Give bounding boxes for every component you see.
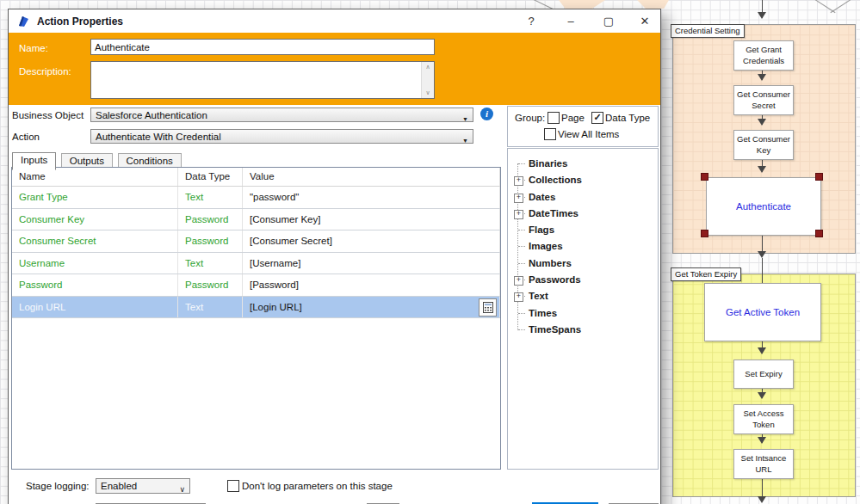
close-button[interactable]: ✕	[630, 9, 659, 33]
tree-item[interactable]: + Dates	[508, 189, 658, 206]
help-button[interactable]: ?	[517, 9, 546, 33]
flow-node-get-grant-credentials[interactable]: Get Grant Credentials	[733, 40, 794, 71]
table-row[interactable]: Password Password [Password]	[12, 274, 500, 297]
column-header-name[interactable]: Name	[12, 168, 178, 186]
tree-item[interactable]: TimeSpans	[508, 322, 658, 338]
param-name-cell[interactable]: Login URL	[12, 297, 178, 318]
tree-item[interactable]: + Text	[508, 288, 658, 304]
param-type-cell[interactable]: Text	[178, 253, 243, 274]
info-icon[interactable]: i	[480, 108, 493, 120]
column-header-data-type[interactable]: Data Type	[178, 168, 243, 186]
tree-item-label: Passwords	[529, 274, 581, 285]
tree-item[interactable]: Numbers	[508, 255, 658, 272]
page-checkbox-label: Page	[561, 113, 585, 123]
tree-item[interactable]: + DateTimes	[508, 206, 658, 222]
view-all-items-checkbox-label: View All Items	[558, 129, 619, 139]
name-label: Name:	[19, 43, 48, 53]
flow-node-set-access-token[interactable]: Set Access Token	[733, 404, 794, 434]
param-type-cell[interactable]: Password	[178, 230, 243, 252]
selection-handle[interactable]	[701, 173, 708, 181]
scroll-up-icon[interactable]: ∧	[425, 64, 430, 71]
column-header-value[interactable]: Value	[243, 168, 500, 186]
expand-icon[interactable]: +	[514, 292, 523, 302]
flow-node-get-active-token[interactable]: Get Active Token	[704, 283, 821, 341]
dialog-titlebar[interactable]: Action Properties ? – ▢ ✕	[9, 9, 660, 33]
business-object-dropdown[interactable]: Salesforce Authentication ▼	[90, 108, 473, 122]
param-value-cell[interactable]: [Login URL]	[243, 297, 500, 318]
tree-items: Binaries + Collections + Dates + DateTim…	[508, 149, 658, 338]
business-object-value: Salesforce Authentication	[96, 110, 207, 120]
region-label-get-token-expiry[interactable]: Get Token Expiry	[671, 267, 741, 281]
tree-item-label: DateTimes	[529, 208, 578, 218]
description-scrollbar[interactable]: ∧ ∨	[421, 62, 434, 98]
param-value-cell[interactable]: [Username]	[243, 253, 500, 274]
action-value: Authenticate With Credential	[96, 132, 221, 142]
tree-item[interactable]: + Passwords	[508, 272, 658, 288]
minimize-button[interactable]: –	[556, 9, 585, 33]
maximize-button[interactable]: ▢	[594, 9, 623, 33]
param-value-cell[interactable]: [Password]	[243, 274, 500, 296]
flow-node-set-instance-url[interactable]: Set Intsance URL	[733, 449, 794, 479]
description-textarea[interactable]: ∧ ∨	[90, 61, 435, 99]
param-type-cell[interactable]: Password	[178, 274, 243, 296]
table-row[interactable]: Grant Type Text "password"	[12, 187, 500, 209]
param-name-cell[interactable]: Grant Type	[12, 187, 178, 208]
flow-node-set-expiry[interactable]: Set Expiry	[733, 360, 794, 389]
scroll-down-icon[interactable]: ∨	[425, 89, 430, 96]
tab-inputs[interactable]: Inputs	[12, 152, 56, 170]
param-type-cell[interactable]: Password	[178, 209, 243, 230]
flow-node-get-consumer-secret[interactable]: Get Consumer Secret	[733, 85, 794, 115]
param-type-cell[interactable]: Text	[178, 297, 243, 318]
action-dropdown[interactable]: Authenticate With Credential ▼	[90, 129, 473, 144]
param-name-cell[interactable]: Password	[12, 274, 178, 296]
param-name-cell[interactable]: Consumer Key	[12, 209, 178, 230]
name-input[interactable]	[90, 39, 435, 55]
tree-item-label: Text	[529, 291, 548, 301]
tree-item[interactable]: Binaries	[508, 156, 658, 172]
selection-handle[interactable]	[701, 230, 708, 237]
chevron-down-icon: ∨	[179, 482, 185, 496]
table-row[interactable]: Login URL Text [Login URL]	[12, 297, 500, 319]
param-name-cell[interactable]: Username	[12, 253, 178, 274]
dont-log-label: Don't log parameters on this stage	[242, 481, 393, 491]
param-type-cell[interactable]: Text	[178, 187, 243, 208]
tree-item-label: Dates	[529, 192, 555, 202]
arrowhead-icon	[758, 496, 766, 503]
tree-dash	[518, 329, 525, 330]
table-row[interactable]: Consumer Key Password [Consumer Key]	[12, 209, 500, 231]
dont-log-checkbox[interactable]	[227, 480, 239, 492]
data-type-checkbox[interactable]	[591, 112, 603, 124]
expression-editor-button[interactable]	[479, 298, 497, 317]
param-value-cell[interactable]: [Consumer Key]	[243, 209, 500, 230]
region-label-credential-setting[interactable]: Credential Setting	[671, 24, 745, 38]
table-row[interactable]: Username Text [Username]	[12, 253, 500, 275]
data-type-checkbox-label: Data Type	[605, 113, 650, 123]
arrowhead-icon	[758, 74, 766, 81]
table-row[interactable]: Consumer Secret Password [Consumer Secre…	[12, 230, 500, 253]
flow-node-get-consumer-key[interactable]: Get Consumer Key	[733, 130, 794, 160]
process-diagram-canvas: { "window": { "title": "Action Propertie…	[0, 0, 860, 504]
tree-item[interactable]: Flags	[508, 222, 658, 238]
view-all-items-checkbox[interactable]	[544, 128, 556, 140]
param-value-cell[interactable]: [Consumer Secret]	[243, 230, 500, 252]
page-checkbox[interactable]	[548, 112, 560, 124]
param-name-cell[interactable]: Consumer Secret	[12, 230, 178, 252]
selection-handle[interactable]	[815, 230, 823, 237]
dialog-header-band: Name: Description: ∧ ∨	[9, 33, 660, 105]
tree-item[interactable]: + Collections	[508, 172, 658, 188]
param-value-text: [Consumer Key]	[250, 214, 320, 224]
dropdown-arrow-icon: ▼	[462, 113, 468, 126]
flow-node-authenticate[interactable]: Authenticate	[706, 177, 821, 236]
tree-dash	[518, 313, 525, 314]
tree-item[interactable]: Images	[508, 238, 658, 255]
param-value-cell[interactable]: "password"	[243, 187, 500, 208]
expand-icon[interactable]: +	[514, 194, 523, 203]
flow-deco-shape	[559, 0, 605, 9]
tree-item[interactable]: Times	[508, 305, 658, 322]
expand-icon[interactable]: +	[514, 276, 523, 286]
expand-icon[interactable]: +	[514, 210, 523, 219]
expand-icon[interactable]: +	[514, 176, 523, 186]
arrowhead-icon	[758, 119, 766, 126]
stage-logging-dropdown[interactable]: Enabled ∨	[96, 478, 190, 494]
selection-handle[interactable]	[815, 173, 823, 181]
